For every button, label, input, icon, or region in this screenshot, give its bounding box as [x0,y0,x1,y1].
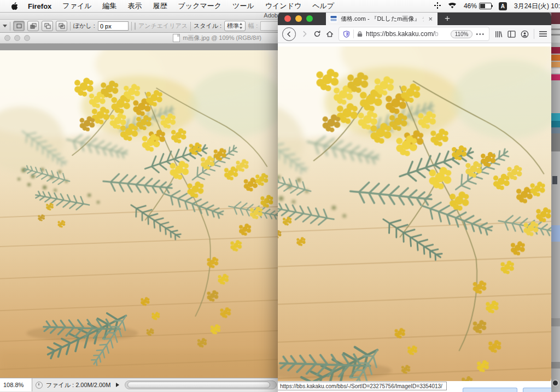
background-circle-button [552,379,559,387]
separator [10,22,10,31]
strip-segment [551,225,560,242]
horizontal-scrollbar[interactable] [125,381,277,389]
menu-view[interactable]: 表示 [122,1,148,11]
firefox-window: 価格.com - 『DLしたm画像』 デ × + https://bbs.kak… [278,12,551,392]
strip-segment [551,68,560,73]
separator [70,22,71,31]
image-lightbox-card [278,46,551,384]
zoom-window-button[interactable] [306,15,313,22]
page-actions-button[interactable]: ••• [476,31,485,37]
zoom-percent-value: 108.8% [3,382,24,388]
zoom-window-button[interactable] [24,35,30,41]
status-url-tooltip: https://bbs.kakaku.com/bbs/-/SortID=2327… [278,382,447,390]
tool-preset-caret-icon[interactable] [3,25,7,27]
separator [131,22,132,31]
battery-percent: 46% [464,2,477,10]
tab-title: 価格.com - 『DLしたm画像』 デ [341,15,424,23]
minimize-window-button[interactable] [14,35,20,41]
intersect-selection-button[interactable] [56,21,67,31]
menubar-extra-icon[interactable] [434,2,441,10]
wifi-icon[interactable] [448,2,457,10]
photoshop-window: Adob ぼかし : アンチエイリアス スタイル : 標準 幅 : [0,12,279,392]
style-label: スタイル : [194,22,221,30]
menu-history[interactable]: 履歴 [148,1,173,11]
traffic-lights [278,12,318,25]
minimize-window-button[interactable] [295,15,302,22]
firefox-tabbar: 価格.com - 『DLしたm画像』 デ × + [278,12,551,25]
tracking-shield-icon[interactable] [343,31,350,38]
feather-input[interactable] [98,21,129,31]
strip-segment [551,12,560,24]
kakaku-favicon [330,15,337,22]
inactive-traffic-lights[interactable] [4,35,30,41]
menu-edit[interactable]: 編集 [97,1,122,11]
strip-segment [551,242,560,318]
url-text[interactable]: https://bbs.kakaku.com/b [366,30,447,38]
page-button-partial[interactable] [523,388,551,392]
strip-segment [551,55,560,61]
new-tab-button[interactable]: + [438,12,457,25]
menubar-clock[interactable]: 3月24日(火) 10: [514,2,560,11]
page-button-partial[interactable] [463,388,517,392]
menu-window[interactable]: ウインドウ [260,1,307,11]
menu-file[interactable]: ファイル [57,1,97,11]
antialias-label: アンチエイリアス [138,22,188,30]
strip-segment [551,24,560,43]
document-file-icon [173,34,180,42]
battery-indicator[interactable]: 46% [464,2,492,10]
close-window-button[interactable] [4,35,10,41]
photoshop-app-title: Adob [264,12,278,19]
style-value: 標準 [227,22,239,30]
battery-icon [479,3,492,9]
style-select[interactable]: 標準 [224,21,246,31]
status-url-text: https://bbs.kakaku.com/bbs/-/SortID=2327… [280,383,442,389]
strip-segment [552,176,557,184]
zoom-percent-field[interactable]: 108.8% [0,378,32,391]
back-button[interactable] [282,27,296,41]
strip-segment [551,34,560,36]
macos-menubar: Firefox ファイル 編集 表示 履歴 ブックマーク ツール ウインドウ ヘ… [0,0,560,13]
strip-segment [551,113,560,121]
subtract-selection-button[interactable] [42,21,53,31]
background-window-strip[interactable] [551,12,560,392]
status-menu-arrow[interactable] [116,383,119,387]
account-button[interactable] [521,30,529,38]
url-bar[interactable]: https://bbs.kakaku.com/b 110% ••• [339,27,489,41]
mimosa-photo-photoshop[interactable] [0,50,279,378]
strip-segment [551,47,560,54]
separator [534,29,534,39]
library-button[interactable] [494,30,503,38]
photoshop-options-bar: ぼかし : アンチエイリアス スタイル : 標準 幅 : [0,20,279,33]
feather-label: ぼかし : [73,22,95,30]
close-window-button[interactable] [284,15,291,22]
pasteboard [0,44,279,50]
strip-segment [551,133,560,151]
apple-menu-icon[interactable] [7,2,22,10]
photoshop-canvas[interactable] [0,50,279,378]
tab-close-button[interactable]: × [427,15,434,23]
add-selection-button[interactable] [27,21,39,31]
input-method-badge[interactable]: A [499,2,507,10]
browser-tab[interactable]: 価格.com - 『DLしたm画像』 デ × [326,12,438,25]
reload-button[interactable] [313,30,321,38]
page-zoom-badge[interactable]: 110% [451,30,473,38]
new-selection-button[interactable] [13,21,25,31]
strip-segment [551,62,560,67]
sidebar-button[interactable] [508,31,516,38]
forward-button[interactable] [301,30,308,38]
menu-bookmarks[interactable]: ブックマーク [173,1,228,11]
menu-tools[interactable]: ツール [227,1,260,11]
home-button[interactable] [326,30,334,38]
strip-segment [551,74,560,80]
separator [353,30,354,38]
file-size-info: ファイル : 2.00M/2.00M [46,381,110,389]
menubar-app-name[interactable]: Firefox [22,2,57,10]
menu-help[interactable]: ヘルプ [307,1,340,11]
menu-button[interactable] [539,31,547,37]
lock-icon[interactable] [357,31,363,37]
mimosa-photo-browser[interactable] [278,46,551,381]
strip-segment [551,362,560,368]
firefox-navbar: https://bbs.kakaku.com/b 110% ••• [278,25,551,43]
antialias-checkbox[interactable] [135,22,136,30]
scrollbar-thumb[interactable] [127,382,270,388]
